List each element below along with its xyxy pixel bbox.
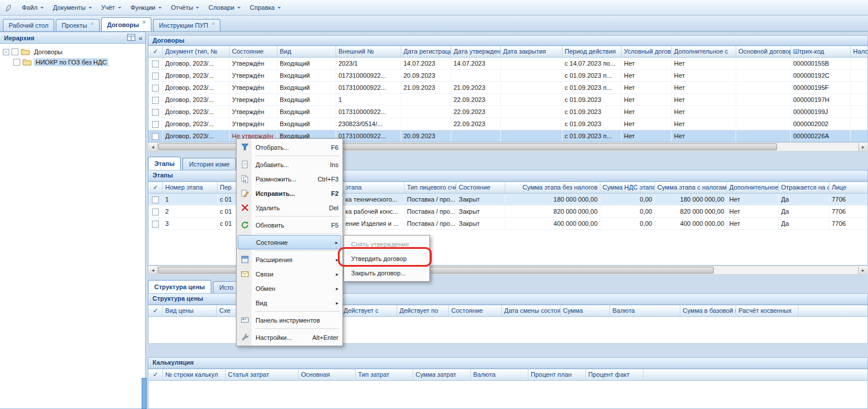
menubar-item-6[interactable]: Справка xyxy=(245,2,285,13)
row-checkbox-cell[interactable] xyxy=(149,130,163,142)
column-header[interactable]: Дата закрытия xyxy=(501,46,562,57)
column-header[interactable]: Отражается на су xyxy=(779,182,829,193)
column-header[interactable]: Период действия xyxy=(562,46,622,57)
column-header[interactable]: Состояние xyxy=(230,46,277,57)
context-menu-item-toolbar[interactable]: Панель инструментов xyxy=(238,313,341,327)
row-checkbox[interactable] xyxy=(152,97,159,104)
contract-row[interactable]: Договор, 2023/...УтверждёнВходящий122.09… xyxy=(149,94,867,106)
scroll-left-button[interactable]: ◂ xyxy=(149,143,158,151)
row-checkbox[interactable] xyxy=(152,85,159,92)
context-menu-item-extensions[interactable]: Расширения▸ xyxy=(238,252,341,267)
tab-close-icon[interactable]: × xyxy=(142,19,146,25)
column-header[interactable]: Сумма НДС этапа xyxy=(600,182,655,193)
tree-checkbox[interactable] xyxy=(13,59,20,66)
collapse-panel-icon[interactable]: « xyxy=(139,35,142,41)
row-checkbox-cell[interactable] xyxy=(149,94,163,105)
tab-close-icon[interactable]: × xyxy=(211,21,215,27)
context-menu-item-edit[interactable]: Исправить...F2 xyxy=(238,186,341,200)
tree-node[interactable]: −Договоры xyxy=(1,47,144,57)
column-header[interactable]: Тип лицевого счёт xyxy=(405,182,456,193)
price-tab-0[interactable]: Структура цены xyxy=(148,280,211,293)
tree-node[interactable]: НИОКР по ГОЗ без НДС xyxy=(1,57,144,67)
contract-row[interactable]: Договор, 2023/...УтверждёнВходящий017310… xyxy=(149,70,867,82)
tree-checkbox[interactable] xyxy=(12,48,18,55)
row-checkbox-cell[interactable] xyxy=(149,218,163,229)
context-menu-item-state[interactable]: Состояние▸ xyxy=(238,235,341,249)
column-header[interactable]: Расчёт косвенных xyxy=(736,305,798,316)
row-checkbox-cell[interactable] xyxy=(149,70,163,81)
column-header[interactable]: Процент план xyxy=(528,369,586,380)
column-header[interactable]: ✓ xyxy=(149,369,163,380)
context-menu-item-settings[interactable]: Настройки...Alt+Enter xyxy=(238,330,341,344)
column-header[interactable]: Номер этапа xyxy=(163,182,218,193)
top-tab-3[interactable]: Инструкции ПУП× xyxy=(153,19,220,31)
submenu-item-approve[interactable]: Утвердить договор xyxy=(345,251,428,266)
column-header[interactable]: Сумма этапа с налогами xyxy=(655,182,727,193)
row-checkbox[interactable] xyxy=(152,73,159,79)
column-header[interactable]: Штрих-код xyxy=(791,46,851,57)
column-header[interactable]: Дата регистрации xyxy=(401,46,451,57)
stage-tab-1[interactable]: История изме xyxy=(182,158,236,170)
menubar-item-4[interactable]: Отчёты xyxy=(166,2,204,13)
row-checkbox[interactable] xyxy=(152,121,159,128)
column-header[interactable]: Лице xyxy=(829,182,868,193)
row-checkbox-cell[interactable] xyxy=(149,58,163,69)
row-checkbox[interactable] xyxy=(152,133,159,140)
row-checkbox-cell[interactable] xyxy=(149,106,163,118)
column-header[interactable]: Валюта xyxy=(610,305,680,316)
stage-tab-0[interactable]: Этапы xyxy=(148,157,181,170)
contract-row[interactable]: Договор, 2023/...УтверждёнВходящий017310… xyxy=(149,106,867,118)
column-header[interactable]: Валюта xyxy=(471,369,528,380)
submenu-item-close-contract[interactable]: Закрыть договор... xyxy=(345,266,428,280)
context-menu-item-duplicate[interactable]: Размножить...Ctrl+F3 xyxy=(238,172,341,186)
column-header[interactable]: Основная xyxy=(299,369,356,380)
menubar-item-3[interactable]: Функции xyxy=(126,2,166,13)
menubar-item-1[interactable]: Документы xyxy=(48,2,97,13)
scroll-left-button[interactable]: ◂ xyxy=(149,266,158,274)
column-header[interactable]: Действует по xyxy=(397,305,449,316)
context-menu-item-refresh[interactable]: ОбновитьF5 xyxy=(238,218,341,232)
row-checkbox-cell[interactable] xyxy=(149,194,163,205)
column-header[interactable]: Процент факт xyxy=(586,369,644,380)
column-header[interactable]: Состояние xyxy=(456,182,505,193)
column-header[interactable]: Статья затрат xyxy=(226,369,299,380)
scroll-right-button[interactable]: ▸ xyxy=(858,266,867,274)
contract-row[interactable]: Договор, 2023/...УтверждёнВходящий2023/1… xyxy=(149,58,867,70)
context-menu-item-add[interactable]: Добавить...Ins xyxy=(238,157,341,172)
menubar-item-5[interactable]: Словари xyxy=(204,2,245,13)
row-checkbox[interactable] xyxy=(152,209,159,215)
menubar-item-0[interactable]: Файл xyxy=(17,2,48,13)
tab-close-icon[interactable]: × xyxy=(90,21,94,27)
column-header[interactable]: Вид xyxy=(277,46,336,57)
top-tab-0[interactable]: Рабочий стол xyxy=(3,19,54,31)
column-header[interactable]: Внешний № xyxy=(336,46,401,57)
submenu-item-unapprove[interactable]: Снять утверждение xyxy=(345,237,428,251)
contract-row[interactable]: Договор, 2023/...УтверждёнВходящий230823… xyxy=(149,118,867,130)
column-header[interactable]: Сумма этапа без налогов xyxy=(505,182,600,193)
row-checkbox[interactable] xyxy=(152,196,159,203)
column-header[interactable]: Сумма xyxy=(561,305,610,316)
column-header[interactable]: этапа xyxy=(343,182,405,193)
grid-view-icon[interactable] xyxy=(127,34,135,42)
row-checkbox[interactable] xyxy=(152,109,159,116)
tree-expander-icon[interactable]: − xyxy=(3,49,9,55)
column-header[interactable]: Дополнительное с xyxy=(672,46,736,57)
top-tab-2[interactable]: Договоры× xyxy=(101,17,151,31)
vertical-scrollbar-thumb[interactable] xyxy=(142,378,147,409)
row-checkbox-cell[interactable] xyxy=(149,206,163,217)
context-menu-item-delete[interactable]: УдалитьDel xyxy=(238,200,341,215)
column-header[interactable]: № строки калькул xyxy=(163,369,226,380)
column-header[interactable]: ✓ xyxy=(149,305,163,316)
column-header[interactable]: ✓ xyxy=(149,182,163,193)
context-menu-item-filter[interactable]: Отобрать...F6 xyxy=(238,140,341,154)
column-header[interactable]: Тип затрат xyxy=(356,369,413,380)
scroll-right-button[interactable]: ▸ xyxy=(858,143,867,151)
column-header[interactable]: Основной договор xyxy=(736,46,791,57)
column-header[interactable]: Условный договор xyxy=(622,46,672,57)
column-header[interactable]: Состояние xyxy=(449,305,502,316)
context-menu-item-view[interactable]: Вид▸ xyxy=(238,296,341,310)
column-header[interactable]: Сумма затрат xyxy=(413,369,471,380)
top-tab-1[interactable]: Проекты× xyxy=(56,19,100,31)
contract-row[interactable]: Договор, 2023/...УтверждёнВходящий017310… xyxy=(149,82,867,94)
column-header[interactable]: Документ (тип, № xyxy=(163,46,230,57)
